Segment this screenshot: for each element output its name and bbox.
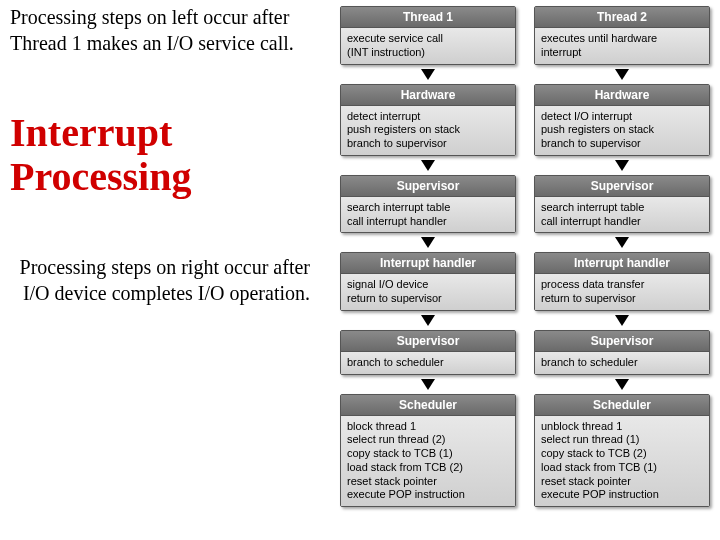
flow-box: Thread 1execute service call (INT instru… bbox=[340, 6, 516, 65]
flow-box-head: Supervisor bbox=[535, 331, 709, 352]
flow-box-body: unblock thread 1 select run thread (1) c… bbox=[535, 416, 709, 507]
arrow-down-icon bbox=[421, 69, 435, 80]
flow-box-body: branch to scheduler bbox=[341, 352, 515, 374]
diagram-title: Interrupt Processing bbox=[10, 111, 330, 199]
flow-columns: Thread 1execute service call (INT instru… bbox=[340, 6, 710, 509]
flow-box-head: Hardware bbox=[535, 85, 709, 106]
arrow-down-icon bbox=[421, 160, 435, 171]
flow-box-head: Thread 1 bbox=[341, 7, 515, 28]
arrow-down-icon bbox=[615, 237, 629, 248]
flow-box: Schedulerblock thread 1 select run threa… bbox=[340, 394, 516, 508]
flow-box-body: search interrupt table call interrupt ha… bbox=[341, 197, 515, 233]
flow-box: Supervisorbranch to scheduler bbox=[534, 330, 710, 375]
flow-box: Interrupt handlersignal I/O device retur… bbox=[340, 252, 516, 311]
flow-box-body: process data transfer return to supervis… bbox=[535, 274, 709, 310]
flow-box: Supervisorbranch to scheduler bbox=[340, 330, 516, 375]
left-panel: Processing steps on left occur after Thr… bbox=[10, 4, 330, 306]
flow-box-body: executes until hardware interrupt bbox=[535, 28, 709, 64]
flow-box-head: Supervisor bbox=[341, 176, 515, 197]
arrow-down-icon bbox=[615, 69, 629, 80]
flow-box: Schedulerunblock thread 1 select run thr… bbox=[534, 394, 710, 508]
arrow-down-icon bbox=[615, 315, 629, 326]
flow-box-body: search interrupt table call interrupt ha… bbox=[535, 197, 709, 233]
note-bottom: Processing steps on right occur after I/… bbox=[10, 254, 310, 306]
flow-box: Interrupt handlerprocess data transfer r… bbox=[534, 252, 710, 311]
flow-box: Thread 2executes until hardware interrup… bbox=[534, 6, 710, 65]
arrow-down-icon bbox=[421, 237, 435, 248]
arrow-down-icon bbox=[421, 379, 435, 390]
flow-box-head: Supervisor bbox=[341, 331, 515, 352]
flow-box: Hardwaredetect interrupt push registers … bbox=[340, 84, 516, 156]
flow-box-body: signal I/O device return to supervisor bbox=[341, 274, 515, 310]
flow-box-body: block thread 1 select run thread (2) cop… bbox=[341, 416, 515, 507]
column-thread2: Thread 2executes until hardware interrup… bbox=[534, 6, 710, 509]
arrow-down-icon bbox=[615, 379, 629, 390]
flow-box-body: execute service call (INT instruction) bbox=[341, 28, 515, 64]
flow-box-head: Scheduler bbox=[341, 395, 515, 416]
flow-box-body: detect interrupt push registers on stack… bbox=[341, 106, 515, 155]
flow-box: Supervisorsearch interrupt table call in… bbox=[534, 175, 710, 234]
note-top: Processing steps on left occur after Thr… bbox=[10, 4, 330, 56]
flow-box-head: Scheduler bbox=[535, 395, 709, 416]
flow-box-head: Hardware bbox=[341, 85, 515, 106]
flow-box-body: detect I/O interrupt push registers on s… bbox=[535, 106, 709, 155]
arrow-down-icon bbox=[421, 315, 435, 326]
flow-box-body: branch to scheduler bbox=[535, 352, 709, 374]
flow-box-head: Thread 2 bbox=[535, 7, 709, 28]
flow-box: Supervisorsearch interrupt table call in… bbox=[340, 175, 516, 234]
column-thread1: Thread 1execute service call (INT instru… bbox=[340, 6, 516, 509]
flow-box: Hardwaredetect I/O interrupt push regist… bbox=[534, 84, 710, 156]
arrow-down-icon bbox=[615, 160, 629, 171]
flow-box-head: Interrupt handler bbox=[341, 253, 515, 274]
flow-box-head: Interrupt handler bbox=[535, 253, 709, 274]
flow-box-head: Supervisor bbox=[535, 176, 709, 197]
